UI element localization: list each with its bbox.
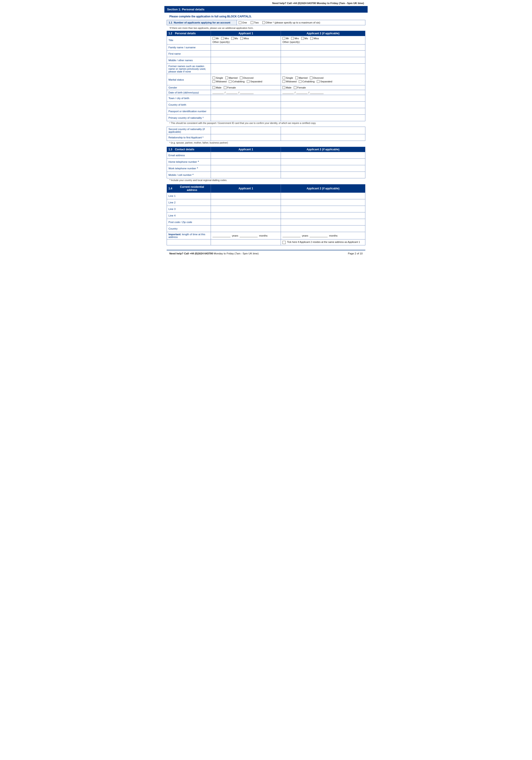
primary-nationality-app1[interactable] (211, 115, 281, 121)
checkbox-one[interactable] (239, 21, 241, 24)
years-input-app2[interactable] (282, 234, 301, 237)
years-input-app1[interactable] (213, 234, 230, 237)
former-names-input-app1[interactable] (213, 67, 279, 71)
dob-month-app1[interactable] (226, 91, 238, 94)
months-input-app2[interactable] (310, 234, 328, 237)
gender-male-app2[interactable]: Male (282, 86, 292, 89)
work-phone-input-app2[interactable] (282, 166, 363, 171)
option-two[interactable]: Two (251, 21, 259, 24)
email-app2[interactable] (281, 152, 365, 159)
addr-line1-input-app1[interactable] (213, 194, 279, 198)
middle-names-app2[interactable] (281, 57, 365, 64)
second-nationality-input-app1[interactable] (213, 128, 279, 133)
addr-line3-input-app1[interactable] (213, 207, 279, 211)
town-birth-input-app2[interactable] (282, 96, 363, 100)
country-birth-input-app1[interactable] (213, 103, 279, 107)
mobile-input-app1[interactable] (213, 173, 279, 177)
home-phone-app1[interactable] (211, 159, 281, 165)
former-names-app2[interactable] (281, 64, 365, 74)
dob-day-app1[interactable] (213, 91, 224, 94)
passport-input-app2[interactable] (282, 109, 363, 114)
former-names-app1[interactable] (211, 64, 281, 74)
postcode-input-app2[interactable] (282, 220, 363, 224)
marital-divorced-app1[interactable]: Divorced (240, 76, 253, 79)
addr-line3-input-app2[interactable] (282, 207, 363, 211)
home-phone-app2[interactable] (281, 159, 365, 165)
title-mr-app1[interactable]: Mr (213, 37, 219, 40)
marital-married-app1[interactable]: Married (225, 76, 238, 79)
dob-day-app2[interactable] (282, 91, 294, 94)
first-name-input-app1[interactable] (213, 51, 279, 56)
same-address-tick-cell[interactable]: Tick here if Applicant 2 resides at the … (281, 240, 365, 245)
country-app2[interactable] (281, 225, 365, 232)
same-address-checkbox[interactable] (282, 241, 286, 244)
email-input-app1[interactable] (213, 153, 279, 158)
second-nationality-input-app2[interactable] (282, 128, 363, 133)
country-input-app2[interactable] (282, 226, 363, 231)
second-nationality-app1[interactable] (211, 127, 281, 134)
first-name-app1[interactable] (211, 51, 281, 57)
mobile-input-app2[interactable] (282, 173, 363, 177)
second-nationality-app2[interactable] (281, 127, 365, 134)
home-phone-input-app1[interactable] (213, 160, 279, 164)
gender-female-app1[interactable]: Female (224, 86, 236, 89)
middle-names-input-app2[interactable] (282, 58, 363, 63)
marital-single-app2[interactable]: Single (282, 76, 293, 79)
months-input-app1[interactable] (240, 234, 258, 237)
marital-widowed-app2[interactable]: Widowed (282, 80, 297, 83)
relationship-input-app1[interactable] (213, 135, 279, 140)
marital-cohabiting-app1[interactable]: Cohabiting (229, 80, 245, 83)
addr-line4-app2[interactable] (281, 213, 365, 219)
marital-widowed-app1[interactable]: Widowed (213, 80, 226, 83)
postcode-input-app1[interactable] (213, 220, 279, 224)
addr-line3-app2[interactable] (281, 206, 365, 213)
title-ms-app2[interactable]: Ms (301, 37, 308, 40)
primary-nationality-input-app2[interactable] (282, 116, 363, 120)
addr-line1-app1[interactable] (211, 193, 281, 199)
postcode-app1[interactable] (211, 219, 281, 225)
marital-divorced-app2[interactable]: Divorced (310, 76, 323, 79)
checkbox-two[interactable] (251, 21, 253, 24)
marital-cohabiting-app2[interactable]: Cohabiting (299, 80, 314, 83)
middle-names-input-app1[interactable] (213, 58, 279, 63)
former-names-input-app2[interactable] (282, 67, 363, 71)
relationship-app2[interactable] (281, 134, 365, 141)
relationship-input-app2[interactable] (282, 135, 363, 140)
town-birth-app1[interactable] (211, 95, 281, 102)
country-app1[interactable] (211, 225, 281, 232)
passport-app1[interactable] (211, 108, 281, 115)
country-birth-app2[interactable] (281, 102, 365, 108)
first-name-input-app2[interactable] (282, 51, 363, 56)
relationship-app1[interactable] (211, 134, 281, 141)
addr-line1-app2[interactable] (281, 193, 365, 199)
checkbox-other[interactable] (263, 21, 265, 24)
town-birth-input-app1[interactable] (213, 96, 279, 100)
option-other[interactable]: Other ¹ (please specify up to a maximum … (263, 21, 320, 24)
country-birth-app1[interactable] (211, 102, 281, 108)
first-name-app2[interactable] (281, 51, 365, 57)
home-phone-input-app2[interactable] (282, 160, 363, 164)
work-phone-app1[interactable] (211, 165, 281, 172)
addr-line4-input-app2[interactable] (282, 213, 363, 218)
passport-app2[interactable] (281, 108, 365, 115)
marital-single-app1[interactable]: Single (213, 76, 223, 79)
title-mrs-app1[interactable]: Mrs (221, 37, 229, 40)
dob-year-app1[interactable] (240, 91, 254, 94)
middle-names-app1[interactable] (211, 57, 281, 64)
email-app1[interactable] (211, 152, 281, 159)
country-input-app1[interactable] (213, 226, 279, 231)
postcode-app2[interactable] (281, 219, 365, 225)
passport-input-app1[interactable] (213, 109, 279, 114)
email-input-app2[interactable] (282, 153, 363, 158)
addr-line2-app2[interactable] (281, 199, 365, 206)
title-ms-app1[interactable]: Ms (231, 37, 238, 40)
primary-nationality-app2[interactable] (281, 115, 365, 121)
mobile-app2[interactable] (281, 172, 365, 178)
addr-line4-app1[interactable] (211, 213, 281, 219)
work-phone-input-app1[interactable] (213, 166, 279, 171)
marital-separated-app2[interactable]: Separated (317, 80, 332, 83)
title-mrs-app2[interactable]: Mrs (291, 37, 299, 40)
primary-nationality-input-app1[interactable] (213, 116, 279, 120)
marital-married-app2[interactable]: Married (295, 76, 308, 79)
addr-line1-input-app2[interactable] (282, 194, 363, 198)
